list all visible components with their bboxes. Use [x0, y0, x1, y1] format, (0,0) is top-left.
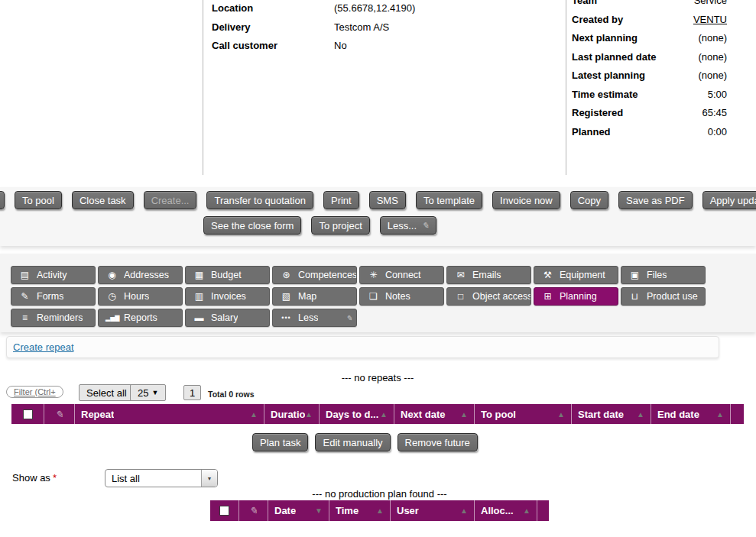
info-label: Team — [572, 0, 597, 6]
see-close-form-button[interactable]: See the close form — [203, 216, 301, 235]
to-pool-button[interactable]: To pool — [15, 191, 62, 209]
edit-manually-button[interactable]: Edit manually — [315, 433, 390, 451]
tab-label: Product use — [647, 291, 698, 302]
clipped-button[interactable] — [0, 191, 5, 209]
sort-asc-icon[interactable]: ▲ — [716, 410, 724, 419]
tab-label: Competences — [298, 270, 356, 280]
plan-task-button[interactable]: Plan task — [252, 433, 308, 451]
task-summary-panel: Team Service Created by VENTU Next plann… — [572, 0, 727, 144]
select-arrow-box[interactable]: ▼ — [201, 470, 217, 487]
tab-notes[interactable]: ❏ Notes — [359, 287, 444, 306]
select-all-button[interactable]: Select all — [79, 384, 135, 401]
tools-icon: ⚒ — [541, 270, 554, 280]
info-value: (none) — [698, 51, 727, 63]
sort-asc-icon[interactable]: ▲ — [637, 410, 644, 419]
tab-competences[interactable]: ⊛ Competences — [272, 266, 357, 284]
info-label: Location — [212, 2, 334, 14]
to-template-button[interactable]: To template — [416, 191, 482, 209]
column-header-to-pool[interactable]: To pool ▲ — [474, 404, 571, 424]
sort-asc-icon[interactable]: ▲ — [460, 506, 468, 515]
column-header-time[interactable]: Time ▲ — [329, 500, 390, 521]
create-repeat-link[interactable]: Create repeat — [13, 341, 74, 353]
tab-invoices[interactable]: ▥ Invoices — [185, 287, 270, 306]
tab-label: Reports — [124, 312, 157, 323]
tab-less[interactable]: ••• Less ✎ — [272, 309, 357, 327]
invoice-now-button[interactable]: Invoice now — [492, 191, 560, 209]
repeat-table-header: ✎ Repeat ▲ Duration ▲ Days to d... ▲ Nex… — [11, 404, 744, 424]
info-row-latest-planning: Latest planning (none) — [572, 70, 727, 89]
column-label: End date — [657, 409, 699, 420]
info-value: No — [334, 40, 347, 51]
tab-files[interactable]: ▣ Files — [621, 266, 706, 284]
info-row-planned: Planned 0:00 — [572, 126, 727, 145]
info-label: Created by — [572, 14, 623, 25]
created-by-user-link[interactable]: VENTU — [693, 14, 727, 25]
sms-button[interactable]: SMS — [369, 191, 406, 209]
to-project-button[interactable]: To project — [311, 216, 369, 235]
sort-asc-icon[interactable]: ▲ — [305, 410, 313, 419]
select-all-checkbox[interactable] — [23, 409, 33, 419]
column-header-duration[interactable]: Duration ▲ — [264, 404, 319, 424]
tab-object-access[interactable]: □ Object access — [446, 287, 531, 306]
tab-activity[interactable]: ▤ Activity — [11, 266, 96, 284]
create-button[interactable]: Create... — [144, 191, 197, 209]
column-header-date[interactable]: Date ▼ — [268, 500, 329, 521]
tab-forms[interactable]: ✎ Forms — [11, 287, 96, 306]
sort-asc-icon[interactable]: ▲ — [460, 410, 468, 419]
info-row-time-estimate: Time estimate 5:00 — [572, 89, 727, 108]
filter-shortcut-pill[interactable]: Filter (Ctrl+ — [6, 386, 63, 398]
transfer-to-quotation-button[interactable]: Transfer to quotation — [206, 191, 313, 209]
column-header-allocated[interactable]: Alloc... ▲ — [474, 500, 537, 521]
column-header-repeat[interactable]: Repeat ▲ — [74, 404, 264, 424]
column-label: To pool — [481, 409, 516, 420]
tab-emails[interactable]: ✉ Emails — [446, 266, 531, 284]
close-task-button[interactable]: Close task — [72, 191, 134, 209]
remove-future-button[interactable]: Remove future — [397, 433, 478, 451]
sort-asc-icon[interactable]: ▲ — [557, 410, 565, 419]
column-header-next-date[interactable]: Next date ▲ — [394, 404, 474, 424]
page-1-button[interactable]: 1 — [183, 385, 201, 400]
tab-label: Invoices — [211, 291, 246, 302]
tab-addresses[interactable]: ◉ Addresses — [98, 266, 183, 284]
column-header-user[interactable]: User ▲ — [390, 500, 474, 521]
select-all-checkbox-cell — [210, 500, 238, 521]
page-size-button[interactable]: 25 ▼ — [130, 384, 166, 401]
tab-reminders[interactable]: ≡ Reminders — [11, 309, 96, 327]
info-value: (none) — [698, 70, 727, 81]
table-spacer-cell — [730, 404, 744, 424]
tab-equipment[interactable]: ⚒ Equipment — [534, 266, 618, 284]
tab-product-use[interactable]: ⊔ Product use — [621, 287, 706, 306]
tab-map[interactable]: ▧ Map — [272, 287, 357, 306]
select-all-checkbox[interactable] — [219, 506, 229, 516]
info-value: (none) — [698, 32, 727, 44]
column-label: User — [397, 505, 419, 516]
info-label: Planned — [572, 126, 611, 137]
less-button[interactable]: Less... ✎ — [380, 216, 437, 235]
sort-asc-icon[interactable]: ▲ — [376, 506, 384, 515]
info-value: Testcom A/S — [334, 21, 389, 33]
tab-salary[interactable]: ▬ Salary — [185, 309, 270, 327]
tab-reports[interactable]: ▂▅▇ Reports — [98, 309, 183, 327]
column-header-days-to-deadline[interactable]: Days to d... ▲ — [319, 404, 394, 424]
tab-budget[interactable]: ▦ Budget — [185, 266, 270, 284]
save-as-pdf-button[interactable]: Save as PDF — [618, 191, 693, 209]
sort-asc-icon[interactable]: ▲ — [250, 410, 258, 419]
tab-hours[interactable]: ◷ Hours — [98, 287, 183, 306]
tab-label: Reminders — [37, 312, 83, 323]
copy-button[interactable]: Copy — [570, 191, 608, 209]
sort-asc-icon[interactable]: ▲ — [523, 506, 530, 515]
column-header-end-date[interactable]: End date ▲ — [651, 404, 730, 424]
show-as-select[interactable]: List all ▼ — [105, 469, 218, 487]
apply-update-filter-button[interactable]: Apply update filte — [702, 191, 756, 209]
column-header-start-date[interactable]: Start date ▲ — [571, 404, 651, 424]
info-row-last-planned-date: Last planned date (none) — [572, 51, 727, 70]
print-button[interactable]: Print — [323, 191, 359, 209]
column-label: Next date — [401, 409, 446, 420]
calculator-icon: ▦ — [193, 270, 206, 280]
checklist-icon: ≡ — [18, 312, 31, 323]
tab-planning[interactable]: ⊞ Planning — [534, 287, 618, 306]
sort-asc-icon[interactable]: ▲ — [380, 410, 388, 419]
banknote-icon: ▬ — [193, 312, 206, 323]
tab-connect[interactable]: ✳ Connect — [359, 266, 444, 284]
sort-desc-icon[interactable]: ▼ — [315, 506, 323, 515]
